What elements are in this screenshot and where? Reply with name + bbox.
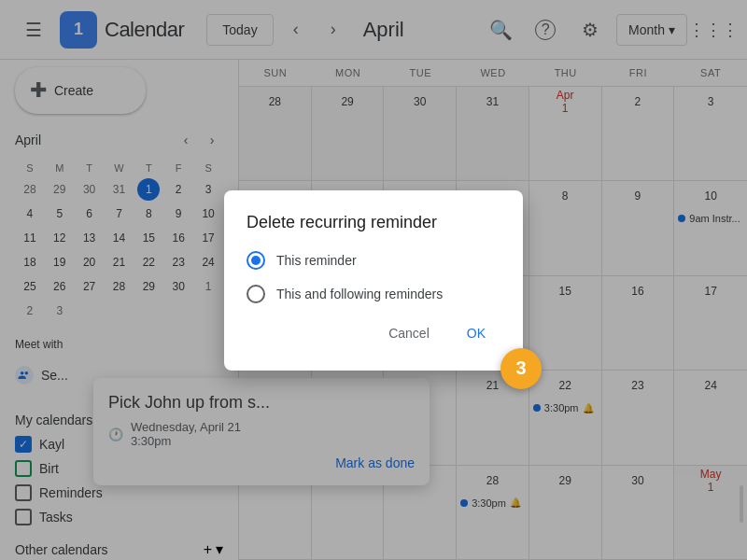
step-badge: 3: [500, 348, 542, 389]
dialog-actions: Cancel OK: [247, 318, 500, 348]
radio-option-following[interactable]: This and following reminders: [247, 285, 500, 303]
cancel-button[interactable]: Cancel: [374, 318, 444, 348]
radio-option-this[interactable]: This reminder: [247, 251, 500, 270]
delete-reminder-dialog: Delete recurring reminder This reminder …: [224, 190, 523, 371]
radio-this-reminder[interactable]: [247, 251, 265, 270]
radio-following-reminders[interactable]: [247, 285, 265, 303]
ok-button[interactable]: OK: [452, 318, 500, 348]
dialog-title: Delete recurring reminder: [247, 213, 500, 232]
dialog-backdrop: Delete recurring reminder This reminder …: [0, 0, 747, 560]
